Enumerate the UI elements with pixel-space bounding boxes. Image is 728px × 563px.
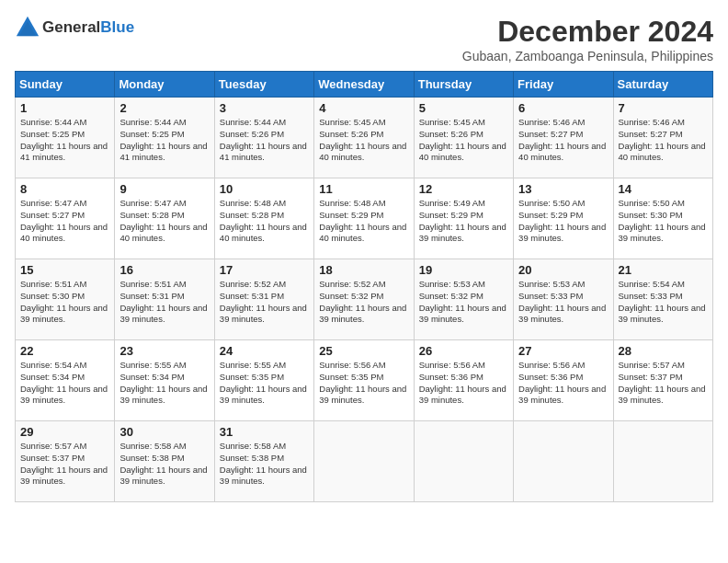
header-friday: Friday bbox=[514, 72, 613, 98]
day-number: 27 bbox=[518, 344, 608, 358]
table-row: 22Sunrise: 5:54 AMSunset: 5:34 PMDayligh… bbox=[16, 340, 115, 421]
table-row bbox=[314, 421, 414, 502]
calendar-week-row: 8Sunrise: 5:47 AMSunset: 5:27 PMDaylight… bbox=[16, 178, 713, 259]
day-info: Sunrise: 5:48 AMSunset: 5:29 PMDaylight:… bbox=[319, 198, 408, 245]
day-number: 7 bbox=[619, 101, 708, 115]
table-row bbox=[514, 421, 613, 502]
header-sunday: Sunday bbox=[16, 72, 115, 98]
day-number: 12 bbox=[419, 182, 508, 196]
day-number: 28 bbox=[619, 344, 708, 358]
day-info: Sunrise: 5:56 AMSunset: 5:36 PMDaylight:… bbox=[518, 360, 608, 407]
day-number: 20 bbox=[518, 263, 608, 277]
calendar-week-row: 29Sunrise: 5:57 AMSunset: 5:37 PMDayligh… bbox=[16, 421, 713, 502]
day-info: Sunrise: 5:56 AMSunset: 5:35 PMDaylight:… bbox=[319, 360, 408, 407]
day-number: 26 bbox=[419, 344, 508, 358]
table-row: 29Sunrise: 5:57 AMSunset: 5:37 PMDayligh… bbox=[16, 421, 115, 502]
header-thursday: Thursday bbox=[414, 72, 513, 98]
day-number: 2 bbox=[119, 101, 209, 115]
calendar-week-row: 1Sunrise: 5:44 AMSunset: 5:25 PMDaylight… bbox=[16, 98, 713, 178]
table-row: 19Sunrise: 5:53 AMSunset: 5:32 PMDayligh… bbox=[414, 259, 513, 340]
table-row: 16Sunrise: 5:51 AMSunset: 5:31 PMDayligh… bbox=[115, 259, 214, 340]
table-row: 2Sunrise: 5:44 AMSunset: 5:25 PMDaylight… bbox=[115, 98, 214, 178]
day-number: 13 bbox=[518, 182, 608, 196]
table-row: 23Sunrise: 5:55 AMSunset: 5:34 PMDayligh… bbox=[115, 340, 214, 421]
day-number: 31 bbox=[220, 425, 309, 439]
day-info: Sunrise: 5:57 AMSunset: 5:37 PMDaylight:… bbox=[20, 441, 109, 488]
table-row: 24Sunrise: 5:55 AMSunset: 5:35 PMDayligh… bbox=[214, 340, 313, 421]
day-info: Sunrise: 5:53 AMSunset: 5:32 PMDaylight:… bbox=[419, 279, 508, 326]
day-info: Sunrise: 5:54 AMSunset: 5:33 PMDaylight:… bbox=[619, 279, 708, 326]
table-row: 6Sunrise: 5:46 AMSunset: 5:27 PMDaylight… bbox=[514, 98, 613, 178]
table-row: 1Sunrise: 5:44 AMSunset: 5:25 PMDaylight… bbox=[16, 98, 115, 178]
day-number: 8 bbox=[20, 182, 109, 196]
calendar-table: Sunday Monday Tuesday Wednesday Thursday… bbox=[15, 71, 713, 502]
day-number: 10 bbox=[220, 182, 309, 196]
day-info: Sunrise: 5:54 AMSunset: 5:34 PMDaylight:… bbox=[20, 360, 109, 407]
day-info: Sunrise: 5:48 AMSunset: 5:28 PMDaylight:… bbox=[220, 198, 309, 245]
day-info: Sunrise: 5:46 AMSunset: 5:27 PMDaylight:… bbox=[518, 117, 608, 164]
day-info: Sunrise: 5:58 AMSunset: 5:38 PMDaylight:… bbox=[119, 441, 209, 488]
table-row: 21Sunrise: 5:54 AMSunset: 5:33 PMDayligh… bbox=[613, 259, 712, 340]
day-info: Sunrise: 5:57 AMSunset: 5:37 PMDaylight:… bbox=[619, 360, 708, 407]
day-info: Sunrise: 5:52 AMSunset: 5:31 PMDaylight:… bbox=[220, 279, 309, 326]
day-info: Sunrise: 5:47 AMSunset: 5:27 PMDaylight:… bbox=[20, 198, 109, 245]
day-info: Sunrise: 5:45 AMSunset: 5:26 PMDaylight:… bbox=[319, 117, 408, 164]
table-row: 27Sunrise: 5:56 AMSunset: 5:36 PMDayligh… bbox=[514, 340, 613, 421]
header-tuesday: Tuesday bbox=[214, 72, 313, 98]
table-row bbox=[414, 421, 513, 502]
day-info: Sunrise: 5:58 AMSunset: 5:38 PMDaylight:… bbox=[220, 441, 309, 488]
table-row: 8Sunrise: 5:47 AMSunset: 5:27 PMDaylight… bbox=[16, 178, 115, 259]
day-number: 9 bbox=[119, 182, 209, 196]
day-number: 5 bbox=[419, 101, 508, 115]
day-info: Sunrise: 5:50 AMSunset: 5:29 PMDaylight:… bbox=[518, 198, 608, 245]
table-row: 10Sunrise: 5:48 AMSunset: 5:28 PMDayligh… bbox=[214, 178, 313, 259]
table-row: 15Sunrise: 5:51 AMSunset: 5:30 PMDayligh… bbox=[16, 259, 115, 340]
day-number: 1 bbox=[20, 101, 109, 115]
header-saturday: Saturday bbox=[613, 72, 712, 98]
day-info: Sunrise: 5:53 AMSunset: 5:33 PMDaylight:… bbox=[518, 279, 608, 326]
table-row: 30Sunrise: 5:58 AMSunset: 5:38 PMDayligh… bbox=[115, 421, 214, 502]
day-number: 15 bbox=[20, 263, 109, 277]
table-row: 28Sunrise: 5:57 AMSunset: 5:37 PMDayligh… bbox=[613, 340, 712, 421]
logo-blue-text: Blue bbox=[100, 18, 134, 36]
day-number: 4 bbox=[319, 101, 408, 115]
day-number: 25 bbox=[319, 344, 408, 358]
table-row: 4Sunrise: 5:45 AMSunset: 5:26 PMDaylight… bbox=[314, 98, 414, 178]
table-row: 14Sunrise: 5:50 AMSunset: 5:30 PMDayligh… bbox=[613, 178, 712, 259]
day-number: 6 bbox=[518, 101, 608, 115]
table-row: 9Sunrise: 5:47 AMSunset: 5:28 PMDaylight… bbox=[115, 178, 214, 259]
table-row: 20Sunrise: 5:53 AMSunset: 5:33 PMDayligh… bbox=[514, 259, 613, 340]
day-number: 29 bbox=[20, 425, 109, 439]
logo: GeneralBlue bbox=[15, 15, 134, 40]
day-info: Sunrise: 5:47 AMSunset: 5:28 PMDaylight:… bbox=[119, 198, 209, 245]
day-info: Sunrise: 5:55 AMSunset: 5:35 PMDaylight:… bbox=[220, 360, 309, 407]
day-number: 3 bbox=[220, 101, 309, 115]
day-info: Sunrise: 5:56 AMSunset: 5:36 PMDaylight:… bbox=[419, 360, 508, 407]
header-wednesday: Wednesday bbox=[314, 72, 414, 98]
header-monday: Monday bbox=[115, 72, 214, 98]
location-title: Gubaan, Zamboanga Peninsula, Philippines bbox=[462, 49, 713, 63]
table-row: 25Sunrise: 5:56 AMSunset: 5:35 PMDayligh… bbox=[314, 340, 414, 421]
month-title: December 2024 bbox=[462, 15, 713, 49]
day-info: Sunrise: 5:52 AMSunset: 5:32 PMDaylight:… bbox=[319, 279, 408, 326]
table-row: 17Sunrise: 5:52 AMSunset: 5:31 PMDayligh… bbox=[214, 259, 313, 340]
day-info: Sunrise: 5:51 AMSunset: 5:31 PMDaylight:… bbox=[119, 279, 209, 326]
page-header: GeneralBlue December 2024 Gubaan, Zamboa… bbox=[15, 15, 713, 63]
table-row: 13Sunrise: 5:50 AMSunset: 5:29 PMDayligh… bbox=[514, 178, 613, 259]
day-info: Sunrise: 5:44 AMSunset: 5:26 PMDaylight:… bbox=[220, 117, 309, 164]
day-info: Sunrise: 5:50 AMSunset: 5:30 PMDaylight:… bbox=[619, 198, 708, 245]
day-info: Sunrise: 5:51 AMSunset: 5:30 PMDaylight:… bbox=[20, 279, 109, 326]
table-row: 12Sunrise: 5:49 AMSunset: 5:29 PMDayligh… bbox=[414, 178, 513, 259]
day-number: 14 bbox=[619, 182, 708, 196]
table-row: 31Sunrise: 5:58 AMSunset: 5:38 PMDayligh… bbox=[214, 421, 313, 502]
table-row: 7Sunrise: 5:46 AMSunset: 5:27 PMDaylight… bbox=[613, 98, 712, 178]
day-info: Sunrise: 5:45 AMSunset: 5:26 PMDaylight:… bbox=[419, 117, 508, 164]
day-number: 22 bbox=[20, 344, 109, 358]
day-info: Sunrise: 5:44 AMSunset: 5:25 PMDaylight:… bbox=[119, 117, 209, 164]
day-info: Sunrise: 5:55 AMSunset: 5:34 PMDaylight:… bbox=[119, 360, 209, 407]
calendar-header-row: Sunday Monday Tuesday Wednesday Thursday… bbox=[16, 72, 713, 98]
calendar-week-row: 15Sunrise: 5:51 AMSunset: 5:30 PMDayligh… bbox=[16, 259, 713, 340]
day-number: 23 bbox=[119, 344, 209, 358]
day-info: Sunrise: 5:44 AMSunset: 5:25 PMDaylight:… bbox=[20, 117, 109, 164]
day-number: 11 bbox=[319, 182, 408, 196]
